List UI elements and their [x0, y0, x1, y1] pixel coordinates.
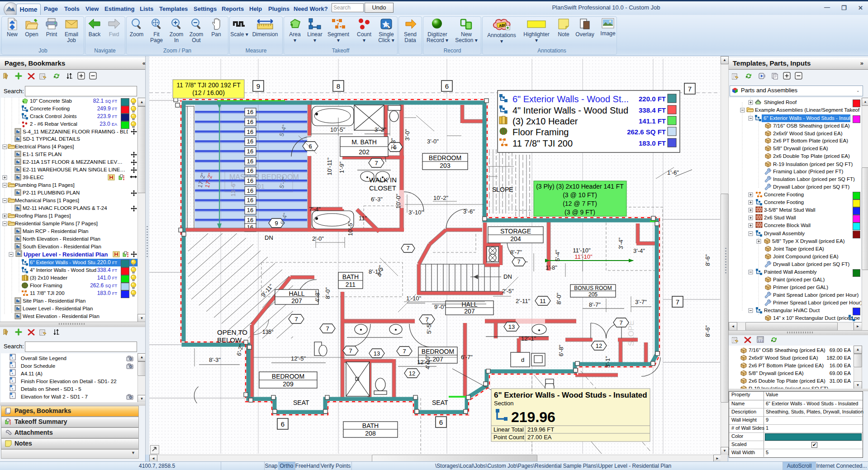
svg-text:(3) 2x10 Header: (3) 2x10 Header: [512, 116, 578, 126]
svg-text:12: 12: [409, 370, 415, 377]
svg-text:Point Count: Point Count: [493, 434, 524, 441]
svg-text:1'-8": 1'-8": [545, 264, 557, 271]
svg-text:12'-1": 12'-1": [521, 335, 536, 342]
svg-text:183.0 FT: 183.0 FT: [639, 139, 666, 147]
svg-text:OPEN TO: OPEN TO: [217, 328, 247, 336]
svg-text:8'-6": 8'-6": [704, 325, 711, 337]
svg-text:7: 7: [349, 347, 352, 354]
svg-text:12: 12: [596, 342, 602, 349]
svg-text:207: 207: [464, 308, 475, 315]
svg-text:262.6 SQ FT: 262.6 SQ FT: [627, 128, 666, 136]
svg-text:BEDROOM: BEDROOM: [272, 373, 304, 380]
svg-text:1'-10": 1'-10": [406, 295, 422, 302]
svg-text:(12 @ 7 FT): (12 @ 7 FT): [563, 200, 597, 207]
svg-text:338.4 FT: 338.4 FT: [639, 106, 666, 114]
svg-text:10'-2": 10'-2": [433, 195, 449, 201]
svg-text:11'-10": 11'-10": [573, 247, 591, 254]
svg-text:11 7/8" TJI 200: 11 7/8" TJI 200: [512, 138, 573, 148]
svg-text:6'-3": 6'-3": [371, 196, 383, 203]
svg-text:10'-11": 10'-11": [326, 157, 333, 176]
svg-text:8'-0": 8'-0": [555, 293, 562, 304]
svg-text:SEAT: SEAT: [432, 399, 448, 406]
svg-text:8: 8: [337, 82, 340, 90]
svg-text:8'-7": 8'-7": [510, 249, 522, 256]
svg-text:3'-0": 3'-0": [404, 129, 411, 141]
svg-text:7: 7: [517, 259, 521, 265]
svg-text:7: 7: [688, 85, 692, 93]
svg-text:8'-0": 8'-0": [324, 287, 331, 299]
svg-text:7: 7: [403, 348, 406, 355]
svg-text:10'-0": 10'-0": [395, 194, 402, 209]
svg-text:141.1 FT: 141.1 FT: [639, 117, 666, 125]
svg-text:3'-2": 3'-2": [375, 126, 386, 133]
svg-text:13: 13: [508, 323, 515, 330]
svg-text:3'-0": 3'-0": [427, 138, 439, 145]
svg-text:7: 7: [619, 319, 622, 326]
svg-text:11'-10": 11'-10": [574, 253, 593, 260]
svg-text:7: 7: [294, 316, 298, 323]
svg-text:(3 @ 9 FT): (3 @ 9 FT): [564, 209, 595, 216]
svg-text:BEDROOM: BEDROOM: [429, 154, 461, 161]
svg-text:7'-4": 7'-4": [309, 206, 321, 213]
svg-text:220.0 FT: 220.0 FT: [639, 95, 666, 103]
svg-text:16: 16: [247, 109, 253, 115]
svg-text:211: 211: [346, 281, 356, 288]
svg-text:27.00 EA: 27.00 EA: [527, 434, 552, 441]
svg-text:(3 Ply) (3) 2x10 Header 141 FT: (3 Ply) (3) 2x10 Header 141 FT: [536, 183, 624, 190]
svg-text:219.96: 219.96: [511, 409, 555, 425]
svg-text:10'-5": 10'-5": [330, 126, 346, 133]
svg-text:7: 7: [676, 298, 679, 306]
svg-text:16: 16: [247, 177, 253, 184]
svg-text:3'-4": 3'-4": [617, 237, 624, 249]
svg-text:9: 9: [256, 82, 260, 90]
svg-text:MASTER BEDROOM: MASTER BEDROOM: [229, 173, 299, 181]
svg-text:2'-0": 2'-0": [312, 235, 324, 242]
svg-text:11: 11: [540, 298, 546, 304]
svg-text:207: 207: [432, 356, 443, 363]
svg-text:6" Exterior Walls - Wood St...: 6" Exterior Walls - Wood St...: [512, 94, 629, 104]
svg-text:SLOPE: SLOPE: [492, 186, 513, 193]
svg-text:7'-3": 7'-3": [390, 138, 397, 150]
svg-text:208: 208: [365, 430, 376, 437]
svg-text:4" Interior Walls - Wood Stud: 4" Interior Walls - Wood Stud: [512, 105, 628, 115]
svg-text:3'-6": 3'-6": [463, 208, 475, 215]
svg-text:13'-6": 13'-6": [230, 181, 237, 197]
svg-text:Section: Section: [494, 400, 513, 407]
svg-text:BEDROOM: BEDROOM: [422, 348, 454, 355]
svg-text:219.96 FT: 219.96 FT: [527, 426, 554, 433]
svg-text:9'-0": 9'-0": [434, 304, 446, 310]
svg-text:HALL: HALL: [289, 290, 304, 297]
svg-text:BONUS ROOM: BONUS ROOM: [574, 285, 612, 291]
svg-text:STORAGE: STORAGE: [500, 228, 531, 235]
svg-text:3'-4": 3'-4": [633, 247, 645, 254]
svg-text:DN: DN: [503, 273, 512, 280]
svg-text:7: 7: [326, 325, 329, 332]
svg-text:3'-10": 3'-10": [408, 209, 424, 216]
svg-text:1'-9": 1'-9": [338, 161, 345, 173]
svg-text:7: 7: [407, 245, 410, 252]
svg-text:6'-7": 6'-7": [461, 354, 473, 361]
svg-text:8'-3": 8'-3": [209, 356, 221, 363]
svg-text:SLOPE: SLOPE: [627, 320, 636, 346]
svg-text:WALK IN: WALK IN: [369, 176, 397, 184]
svg-text:13: 13: [374, 350, 380, 357]
svg-text:12'-5": 12'-5": [291, 355, 306, 362]
svg-text:16: 16: [247, 187, 253, 194]
svg-text:6: 6: [445, 82, 449, 90]
svg-text:1'-6": 1'-6": [667, 169, 679, 176]
svg-text:M. BATH: M. BATH: [351, 138, 377, 146]
svg-text:11 7/8" TJI 200 192 FT: 11 7/8" TJI 200 192 FT: [176, 81, 241, 89]
svg-text:8'-6": 8'-6": [704, 254, 711, 266]
svg-text:10'-5": 10'-5": [347, 221, 354, 236]
svg-text:207: 207: [291, 297, 302, 304]
svg-text:16: 16: [247, 148, 253, 155]
svg-text:11": 11": [359, 215, 367, 222]
svg-text:16: 16: [247, 138, 253, 145]
svg-text:6: 6: [439, 418, 443, 426]
svg-text:Linear Total: Linear Total: [493, 426, 524, 433]
svg-text:(12 / 16.00): (12 / 16.00): [192, 89, 225, 96]
svg-text:209: 209: [283, 380, 294, 388]
svg-text:135°: 135°: [262, 329, 274, 335]
svg-text:BELOW: BELOW: [217, 336, 242, 344]
svg-text:16: 16: [247, 207, 253, 214]
